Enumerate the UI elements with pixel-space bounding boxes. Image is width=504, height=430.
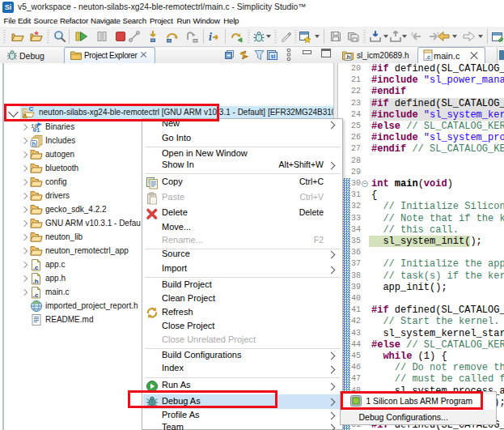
svg-text:.c: .c — [33, 263, 39, 270]
svg-text:.h: .h — [345, 54, 350, 60]
svg-text:si: si — [271, 53, 276, 59]
svg-text:01: 01 — [33, 127, 41, 134]
svg-text:.h: .h — [32, 277, 38, 284]
svg-text:i: i — [209, 31, 212, 43]
svg-text:.c: .c — [426, 53, 430, 61]
svg-text:h: h — [32, 139, 36, 147]
svg-text:.c: .c — [33, 291, 39, 298]
